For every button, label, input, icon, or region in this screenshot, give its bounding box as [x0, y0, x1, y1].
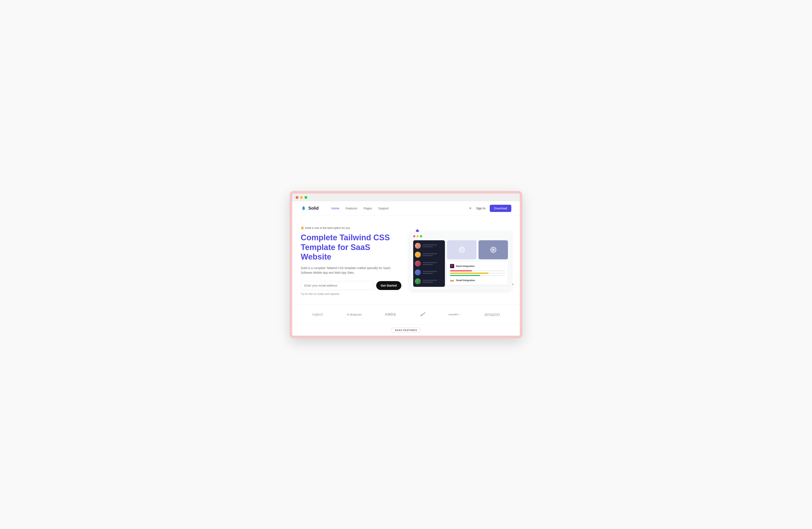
dot-yellow: [417, 235, 419, 237]
slack-integration-row: Slack Integration: [450, 264, 505, 268]
theme-toggle-icon[interactable]: ☀: [468, 206, 472, 211]
avatar-2: [415, 252, 421, 258]
avatar-5: [415, 278, 421, 284]
saas-badge: SAAS FEATURES: [391, 328, 421, 333]
hero-left: 🔥 Solid is one of the best option for yo…: [301, 226, 401, 296]
hero-note: Try for free no credit card required.: [301, 292, 401, 296]
avatar-4: [415, 270, 421, 275]
user-line-long-3: [422, 262, 437, 263]
brand-mandiri: mandiri~~~: [448, 313, 461, 316]
saas-section: SAAS FEATURES: [292, 325, 520, 336]
user-row-4: [415, 270, 443, 275]
brand-logitech: logitech: [312, 313, 323, 316]
navbar: Solid Home Features Pages Support ☀ Sign…: [292, 201, 520, 216]
gmail-icon: [450, 278, 454, 282]
user-line-short-2: [422, 255, 433, 256]
progress-track-3: [450, 275, 505, 276]
user-lines-3: [422, 262, 443, 265]
user-line-short-4: [422, 273, 433, 274]
nav-pages[interactable]: Pages: [364, 206, 372, 210]
progress-fill-2: [450, 273, 489, 274]
card-body: +: [413, 240, 508, 287]
avatar-3: [415, 261, 421, 267]
user-lines-5: [422, 280, 443, 283]
media-card-add: +: [447, 240, 476, 259]
hero-illustration: ❮ ✦ ✦: [410, 232, 511, 290]
slack-integration-label: Slack Integration: [456, 265, 475, 267]
nav-links: Home Features Pages Support: [331, 206, 468, 210]
user-line-short-5: [422, 282, 433, 283]
slack-icon: [450, 264, 454, 268]
browser-chrome: [292, 194, 520, 201]
brands-section: logitech ⊙ dropcam AMD∆ ✓ mandiri~~~ ama…: [292, 304, 520, 325]
play-icon-container: [490, 247, 496, 253]
nav-features[interactable]: Features: [346, 206, 357, 210]
minimize-button-icon[interactable]: [300, 196, 303, 199]
user-lines-1: [422, 244, 443, 247]
dot-red: [413, 235, 415, 237]
progress-track-2: [450, 273, 505, 274]
user-line-long: [422, 244, 437, 245]
nav-support[interactable]: Support: [378, 206, 389, 210]
email-input[interactable]: [301, 281, 374, 290]
progress-fill-3: [450, 275, 480, 276]
user-line-short-3: [422, 264, 433, 265]
plus-icon: +: [461, 247, 463, 252]
hero-title-line2: Template for SaaS Website: [301, 243, 370, 261]
users-panel: [413, 240, 445, 287]
content-panel: +: [447, 240, 508, 287]
brand-amazon: amazon: [484, 312, 499, 317]
cta-button[interactable]: Get Started: [376, 281, 401, 290]
svg-rect-3: [452, 265, 452, 266]
hero-badge: 🔥 Solid is one of the best option for yo…: [301, 226, 401, 229]
media-row: +: [447, 240, 508, 259]
hero-form: Get Started: [301, 281, 401, 290]
hero-description: Solid is a complete Tailwind CSS templat…: [301, 266, 401, 275]
user-lines-2: [422, 253, 443, 256]
user-row-1: [415, 243, 443, 249]
user-row-5: [415, 278, 443, 284]
svg-rect-4: [452, 266, 453, 266]
illustration-card: +: [410, 232, 511, 290]
hero-section: 🔥 Solid is one of the best option for yo…: [292, 216, 520, 304]
svg-rect-2: [452, 266, 452, 266]
close-button-icon[interactable]: [295, 196, 299, 199]
card-dots: [413, 235, 508, 237]
dot-green: [420, 235, 422, 237]
media-card-play: [479, 240, 508, 259]
download-button[interactable]: Download: [490, 205, 511, 212]
logo-text: Solid: [308, 206, 319, 211]
brand-amd: AMD∆: [385, 312, 396, 317]
logo: Solid: [301, 205, 319, 211]
add-icon: +: [459, 247, 465, 253]
browser-window: Solid Home Features Pages Support ☀ Sign…: [290, 191, 522, 338]
brand-dropcam: ⊙ dropcam: [347, 313, 362, 316]
progress-fill-1: [450, 270, 472, 271]
gmail-integration-row: Gmail Integration: [450, 278, 505, 282]
user-row-3: [415, 261, 443, 267]
logo-icon: [301, 205, 307, 211]
nav-home[interactable]: Home: [331, 206, 339, 210]
gmail-integration-label: Gmail Integration: [456, 279, 475, 282]
hero-title-line1: Complete Tailwind CSS: [301, 233, 390, 242]
star-decoration-small: ✦: [512, 283, 514, 286]
brand-nike: ✓: [419, 311, 426, 318]
progress-bars: [450, 270, 505, 276]
user-lines-4: [422, 271, 443, 274]
integrations-panel: Slack Integration: [447, 261, 508, 285]
svg-rect-1: [451, 266, 451, 266]
browser-content: Solid Home Features Pages Support ☀ Sign…: [292, 201, 520, 336]
user-line-long-4: [422, 271, 437, 272]
sign-in-link[interactable]: Sign In: [476, 206, 485, 210]
user-row-2: [415, 252, 443, 258]
fullscreen-button-icon[interactable]: [304, 196, 307, 199]
user-line-long-5: [422, 280, 437, 281]
user-line-short: [422, 246, 433, 247]
user-line-long-2: [422, 253, 437, 254]
avatar-1: [415, 243, 421, 249]
progress-track-1: [450, 270, 505, 271]
nav-right: ☀ Sign In Download: [468, 205, 511, 212]
play-icon: [493, 249, 494, 251]
hero-title: Complete Tailwind CSS Template for SaaS …: [301, 233, 401, 262]
